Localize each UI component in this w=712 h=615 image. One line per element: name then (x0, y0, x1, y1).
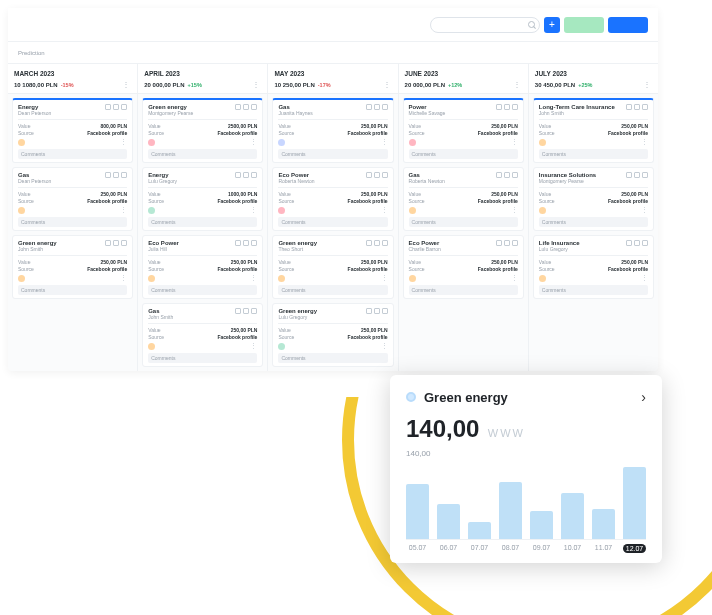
comments-bar[interactable]: Comments (539, 217, 648, 227)
calendar-icon[interactable] (113, 172, 119, 178)
comments-bar[interactable]: Comments (409, 217, 518, 227)
copy-icon[interactable] (235, 172, 241, 178)
more-icon[interactable]: ⋮ (643, 80, 652, 89)
calendar-icon[interactable] (504, 240, 510, 246)
card-more-icon[interactable]: ⋮ (641, 274, 648, 282)
deal-card[interactable]: Eco Power Charlie Barron Value250,00 PLN… (403, 235, 524, 299)
calendar-icon[interactable] (243, 172, 249, 178)
card-more-icon[interactable]: ⋮ (381, 342, 388, 350)
chart-bar[interactable] (468, 522, 491, 539)
chart-bar[interactable] (437, 504, 460, 539)
edit-icon[interactable] (121, 172, 127, 178)
card-more-icon[interactable]: ⋮ (381, 274, 388, 282)
card-more-icon[interactable]: ⋮ (381, 138, 388, 146)
calendar-icon[interactable] (374, 308, 380, 314)
add-button[interactable]: + (544, 17, 560, 33)
copy-icon[interactable] (235, 308, 241, 314)
comments-bar[interactable]: Comments (18, 217, 127, 227)
copy-icon[interactable] (366, 308, 372, 314)
card-more-icon[interactable]: ⋮ (511, 206, 518, 214)
chart-x-label[interactable]: 07.07 (468, 544, 491, 553)
comments-bar[interactable]: Comments (409, 149, 518, 159)
copy-icon[interactable] (626, 104, 632, 110)
chart-x-label[interactable]: 06.07 (437, 544, 460, 553)
more-icon[interactable]: ⋮ (252, 80, 261, 89)
chart-bar[interactable] (530, 511, 553, 539)
edit-icon[interactable] (382, 172, 388, 178)
deal-card[interactable]: Green energy Theo Short Value250,00 PLN … (272, 235, 393, 299)
chart-x-label[interactable]: 12.07 (623, 544, 646, 553)
calendar-icon[interactable] (243, 308, 249, 314)
edit-icon[interactable] (251, 104, 257, 110)
edit-icon[interactable] (512, 240, 518, 246)
deal-card[interactable]: Life Insurance Lulu Gregory Value250,00 … (533, 235, 654, 299)
comments-bar[interactable]: Comments (148, 285, 257, 295)
calendar-icon[interactable] (504, 104, 510, 110)
more-icon[interactable]: ⋮ (383, 80, 392, 89)
calendar-icon[interactable] (634, 104, 640, 110)
calendar-icon[interactable] (504, 172, 510, 178)
card-more-icon[interactable]: ⋮ (250, 342, 257, 350)
copy-icon[interactable] (496, 104, 502, 110)
edit-icon[interactable] (512, 104, 518, 110)
more-icon[interactable]: ⋮ (513, 80, 522, 89)
edit-icon[interactable] (251, 308, 257, 314)
calendar-icon[interactable] (374, 240, 380, 246)
calendar-icon[interactable] (243, 104, 249, 110)
deal-card[interactable]: Gas Dean Peterson Value250,00 PLN Source… (12, 167, 133, 231)
chart-bar[interactable] (499, 482, 522, 539)
edit-icon[interactable] (642, 240, 648, 246)
calendar-icon[interactable] (634, 240, 640, 246)
copy-icon[interactable] (496, 240, 502, 246)
tab-prediction[interactable]: Prediction (18, 50, 45, 56)
copy-icon[interactable] (626, 172, 632, 178)
comments-bar[interactable]: Comments (18, 149, 127, 159)
calendar-icon[interactable] (113, 104, 119, 110)
action-button-blue[interactable] (608, 17, 648, 33)
comments-bar[interactable]: Comments (18, 285, 127, 295)
calendar-icon[interactable] (113, 240, 119, 246)
comments-bar[interactable]: Comments (278, 149, 387, 159)
card-more-icon[interactable]: ⋮ (250, 138, 257, 146)
card-more-icon[interactable]: ⋮ (250, 274, 257, 282)
deal-card[interactable]: Gas John Smith Value250,00 PLN SourceFac… (142, 303, 263, 367)
copy-icon[interactable] (496, 172, 502, 178)
copy-icon[interactable] (105, 172, 111, 178)
deal-card[interactable]: Green energy John Smith Value250,00 PLN … (12, 235, 133, 299)
deal-card[interactable]: Eco Power Roberta Newton Value250,00 PLN… (272, 167, 393, 231)
more-icon[interactable]: ⋮ (122, 80, 131, 89)
chevron-right-icon[interactable]: › (641, 389, 646, 405)
edit-icon[interactable] (382, 104, 388, 110)
card-more-icon[interactable]: ⋮ (120, 138, 127, 146)
comments-bar[interactable]: Comments (148, 353, 257, 363)
calendar-icon[interactable] (634, 172, 640, 178)
chart-x-label[interactable]: 09.07 (530, 544, 553, 553)
copy-icon[interactable] (235, 240, 241, 246)
deal-card[interactable]: Gas Roberta Newton Value250,00 PLN Sourc… (403, 167, 524, 231)
card-more-icon[interactable]: ⋮ (641, 138, 648, 146)
card-more-icon[interactable]: ⋮ (381, 206, 388, 214)
edit-icon[interactable] (642, 104, 648, 110)
deal-card[interactable]: Long-Term Care Insurance John Smith Valu… (533, 98, 654, 163)
copy-icon[interactable] (235, 104, 241, 110)
edit-icon[interactable] (121, 104, 127, 110)
card-more-icon[interactable]: ⋮ (511, 274, 518, 282)
search-input[interactable] (430, 17, 540, 33)
edit-icon[interactable] (512, 172, 518, 178)
action-button-green[interactable] (564, 17, 604, 33)
edit-icon[interactable] (251, 172, 257, 178)
calendar-icon[interactable] (243, 240, 249, 246)
comments-bar[interactable]: Comments (278, 217, 387, 227)
calendar-icon[interactable] (374, 104, 380, 110)
copy-icon[interactable] (366, 104, 372, 110)
deal-card[interactable]: Green energy Montgomery Pearse Value2500… (142, 98, 263, 163)
chart-x-label[interactable]: 05.07 (406, 544, 429, 553)
copy-icon[interactable] (626, 240, 632, 246)
calendar-icon[interactable] (374, 172, 380, 178)
comments-bar[interactable]: Comments (148, 149, 257, 159)
deal-card[interactable]: Eco Power Julia Hill Value250,00 PLN Sou… (142, 235, 263, 299)
deal-card[interactable]: Power Michelle Savage Value250,00 PLN So… (403, 98, 524, 163)
card-more-icon[interactable]: ⋮ (511, 138, 518, 146)
copy-icon[interactable] (366, 172, 372, 178)
chart-bar[interactable] (406, 484, 429, 540)
